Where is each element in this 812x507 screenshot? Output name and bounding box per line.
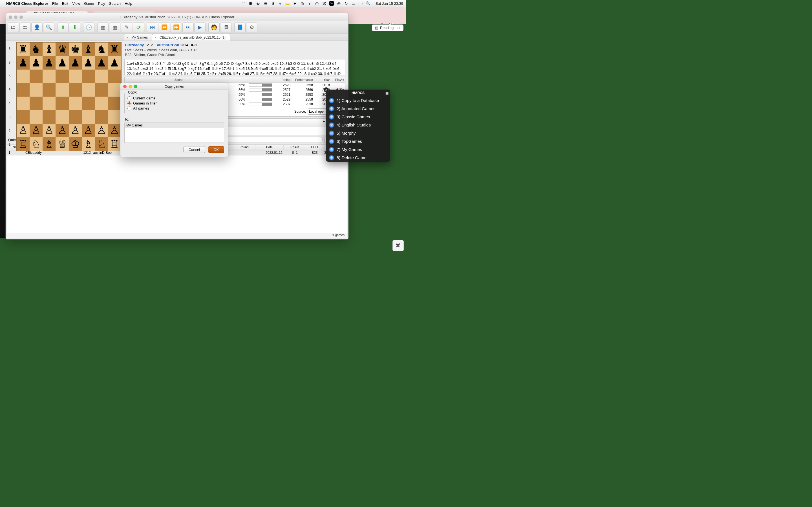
- toolbar-up-icon[interactable]: ⬆: [57, 22, 68, 33]
- toolbar-play-icon[interactable]: ▶: [194, 22, 206, 33]
- black-player[interactable]: austinDrBob: [157, 43, 179, 47]
- col-year[interactable]: Year: [314, 78, 331, 81]
- radio-games-in-filter[interactable]: Games in filter: [128, 101, 221, 105]
- reading-list-button[interactable]: ▤ Reading List: [372, 25, 403, 31]
- board-square[interactable]: ♙: [95, 124, 108, 137]
- menubar-clock[interactable]: Sat Jan 15 23:39: [375, 1, 403, 6]
- board-square[interactable]: [56, 69, 68, 83]
- board-square[interactable]: [43, 83, 56, 97]
- board-square[interactable]: [108, 69, 121, 83]
- status-icon[interactable]: ☯: [256, 1, 260, 6]
- hiarcs-script-item[interactable]: ⚙7) My Games: [326, 145, 390, 154]
- toolbar-first-icon[interactable]: ⏮: [147, 22, 158, 33]
- board-square[interactable]: ♖: [17, 137, 30, 151]
- board-square[interactable]: [56, 83, 68, 97]
- ok-button[interactable]: OK: [208, 146, 224, 153]
- status-icon[interactable]: ➤: [293, 1, 297, 6]
- board-square[interactable]: [17, 83, 30, 97]
- board-square[interactable]: ♔: [69, 137, 82, 151]
- col-play[interactable]: Play%: [331, 78, 345, 81]
- board-square[interactable]: [69, 110, 82, 124]
- status-icon[interactable]: ≋: [263, 1, 268, 6]
- board-square[interactable]: ♟: [82, 56, 95, 69]
- board-square[interactable]: [69, 97, 82, 110]
- board-square[interactable]: [82, 83, 95, 97]
- destination-list[interactable]: My Games: [124, 122, 224, 143]
- window-titlebar[interactable]: CBizdaddy_vs_austinDrBob_2022.01.15 (1) …: [6, 13, 348, 21]
- board-square[interactable]: [95, 110, 108, 124]
- battery-icon[interactable]: ▭: [351, 1, 356, 6]
- board-square[interactable]: ♙: [43, 124, 56, 137]
- board-square[interactable]: [95, 69, 108, 83]
- board-square[interactable]: [95, 97, 108, 110]
- toolbar-forward-icon[interactable]: ⏩: [170, 22, 182, 33]
- toolbar-user-icon[interactable]: 👤: [31, 22, 43, 33]
- hiarcs-script-item[interactable]: ⚙1) Copy to a Database: [326, 96, 390, 105]
- radio-all-games[interactable]: All games: [128, 106, 221, 110]
- board-square[interactable]: ♘: [30, 137, 43, 151]
- board-square[interactable]: [43, 110, 56, 124]
- clock-icon[interactable]: ◷: [315, 1, 319, 6]
- toolbar-clock-icon[interactable]: 🕒: [83, 22, 94, 33]
- board-square[interactable]: ♗: [82, 137, 95, 151]
- status-icon[interactable]: DV: [329, 1, 334, 6]
- col-perf[interactable]: Performance: [292, 78, 314, 81]
- toolbar-book-icon[interactable]: 📘: [234, 22, 246, 33]
- board-square[interactable]: ♙: [108, 124, 121, 137]
- dropbox-icon[interactable]: ⬚: [241, 1, 246, 6]
- menu-help[interactable]: Help: [124, 1, 132, 6]
- menu-game[interactable]: Game: [84, 1, 94, 6]
- board-square[interactable]: ♙: [17, 124, 30, 137]
- col-eco[interactable]: ECO: [306, 145, 323, 150]
- status-icon[interactable]: ⌘: [322, 1, 326, 6]
- board-square[interactable]: [95, 83, 108, 97]
- close-panel-icon[interactable]: ×: [324, 87, 329, 93]
- app-name[interactable]: HIARCS Chess Explorer: [6, 1, 48, 6]
- wifi-icon[interactable]: ⋮⋮: [359, 1, 363, 6]
- status-icon[interactable]: ▬: [285, 1, 290, 6]
- board-square[interactable]: [30, 69, 43, 83]
- board-square[interactable]: [82, 69, 95, 83]
- board-square[interactable]: [43, 97, 56, 110]
- board-square[interactable]: ♘: [95, 137, 108, 151]
- board-square[interactable]: ♟: [56, 56, 68, 69]
- board-square[interactable]: ♝: [82, 43, 95, 56]
- board-square[interactable]: [108, 83, 121, 97]
- chessboard[interactable]: ♜♞♝♛♚♝♞♜♟♟♟♟♟♟♟♟♙♙♙♙♙♙♙♙♖♘♗♕♔♗♘♖: [16, 42, 122, 151]
- board-square[interactable]: ♕: [56, 137, 68, 151]
- menu-edit[interactable]: Edit: [62, 1, 68, 6]
- status-icon[interactable]: ●: [278, 1, 283, 6]
- toolbar-database-new-icon[interactable]: 🗂: [8, 22, 19, 33]
- board-square[interactable]: [108, 110, 121, 124]
- toolbar-down-icon[interactable]: ⬇: [69, 22, 80, 33]
- status-icon[interactable]: S: [271, 1, 275, 6]
- board-square[interactable]: ♝: [43, 43, 56, 56]
- move-notation[interactable]: 1.e4 c5 2.♘c3 ♘c6 3.f4 d6 4.♘f3 g6 5.♗c4…: [124, 59, 345, 75]
- hiarcs-script-item[interactable]: ⚙8) Delete Game: [326, 154, 390, 162]
- toolbar-search-user-icon[interactable]: 🔍: [43, 22, 54, 33]
- toolbar-board-icon[interactable]: ▦: [97, 22, 109, 33]
- panel-tool-icon[interactable]: ▣: [386, 91, 389, 95]
- menu-search[interactable]: Search: [109, 1, 121, 6]
- doc-tab-mygames[interactable]: × My Games: [124, 34, 153, 41]
- radio-input[interactable]: [128, 96, 132, 100]
- toolbar-rewind-icon[interactable]: ⏪: [159, 22, 170, 33]
- board-square[interactable]: ♟: [43, 56, 56, 69]
- cancel-button[interactable]: Cancel: [183, 146, 205, 153]
- board-square[interactable]: ♞: [95, 43, 108, 56]
- board-square[interactable]: ♙: [69, 124, 82, 137]
- airdrop-icon[interactable]: ◎: [337, 1, 341, 6]
- status-icon[interactable]: ⸮: [307, 1, 312, 6]
- board-square[interactable]: ♗: [43, 137, 56, 151]
- board-square[interactable]: [56, 110, 68, 124]
- board-square[interactable]: ♚: [69, 43, 82, 56]
- radio-current-game[interactable]: Current game: [128, 96, 221, 100]
- board-square[interactable]: [82, 110, 95, 124]
- hiarcs-script-item[interactable]: ⚙4) English Studies: [326, 121, 390, 129]
- toolbar-last-icon[interactable]: ⏭: [183, 22, 194, 33]
- board-square[interactable]: ♛: [56, 43, 68, 56]
- board-square[interactable]: ♟: [17, 56, 30, 69]
- toolbar-opponent-icon[interactable]: 🧑: [208, 22, 220, 33]
- status-icon[interactable]: ◎: [300, 1, 305, 6]
- spotlight-icon[interactable]: 🔍: [366, 1, 370, 6]
